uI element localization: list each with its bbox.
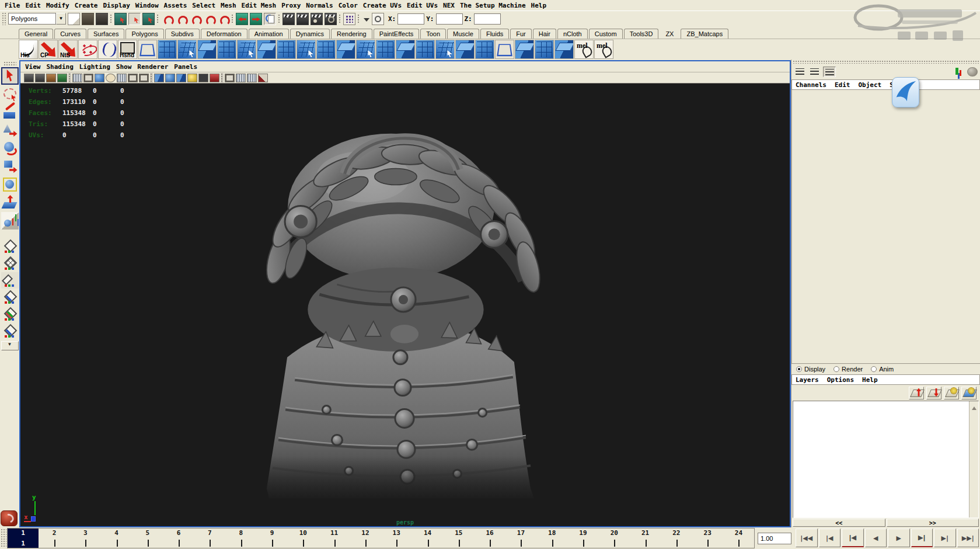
shelf-poly-button[interactable] <box>356 40 375 59</box>
time-slider-frame[interactable]: 16 16 <box>474 529 505 548</box>
time-slider-frame[interactable]: 14 14 <box>412 529 443 548</box>
coordinate-input[interactable] <box>436 13 463 25</box>
time-slider-frame[interactable]: 19 19 <box>567 529 598 548</box>
coordinate-input[interactable] <box>474 13 501 25</box>
time-slider-frame[interactable]: 15 15 <box>443 529 474 548</box>
collapse-right-button[interactable]: >> <box>887 519 979 527</box>
field-chart-icon[interactable] <box>117 74 127 82</box>
menu-item[interactable]: File <box>5 2 20 9</box>
time-slider-frame[interactable]: 1 1 <box>8 529 39 548</box>
separator[interactable] <box>278 14 281 24</box>
layout-four-view-button[interactable] <box>1 255 19 272</box>
paint-mode-icon[interactable] <box>258 74 268 82</box>
shelf-tab[interactable]: Fur <box>510 29 532 39</box>
shelf-poly-button[interactable] <box>396 40 415 59</box>
menu-item[interactable]: Proxy <box>281 2 301 9</box>
default-material-icon[interactable] <box>210 74 219 82</box>
shelf-poly-button[interactable] <box>435 40 455 59</box>
more-layouts-button[interactable]: ▼ <box>1 341 19 350</box>
shelf-curve-n-button[interactable] <box>98 40 117 59</box>
layer-menu-item[interactable]: Help <box>862 376 878 384</box>
film-gate-icon[interactable] <box>83 74 93 82</box>
shelf-mel-button[interactable]: mel <box>574 40 594 59</box>
separator[interactable] <box>150 73 153 83</box>
step-back-key-button[interactable]: |◀ <box>842 529 864 547</box>
channel-manipulator-icon[interactable] <box>794 67 807 77</box>
shelf-tab[interactable]: Muscle <box>447 29 479 39</box>
layer-menu-item[interactable]: Options <box>827 376 854 384</box>
smooth-shade-icon[interactable] <box>165 74 175 82</box>
playback-rate-input[interactable] <box>758 533 791 544</box>
color-axis-icon[interactable] <box>954 67 965 77</box>
menu-item[interactable]: Edit <box>26 2 41 9</box>
menu-item[interactable]: Window <box>135 2 159 9</box>
menu-item[interactable]: Create UVs <box>363 2 402 9</box>
time-slider-frame[interactable]: 13 13 <box>381 529 412 548</box>
shelf-tab[interactable]: Rendering <box>331 29 372 39</box>
shelf-poly-button[interactable] <box>336 40 355 59</box>
time-slider-frame[interactable]: 22 22 <box>661 529 692 548</box>
render-settings-button[interactable] <box>325 13 337 25</box>
time-slider-frame[interactable]: 4 4 <box>101 529 132 548</box>
select-object-button[interactable] <box>128 13 141 25</box>
input-connections-button[interactable] <box>236 13 248 25</box>
time-slider-frame[interactable]: 7 7 <box>194 529 225 548</box>
play-forward-button[interactable]: ▶ <box>888 529 910 547</box>
shelf-poly-button[interactable] <box>455 40 475 59</box>
time-slider-frame[interactable]: 9 9 <box>256 529 287 548</box>
layer-list[interactable] <box>793 401 979 518</box>
shelf-poly-button[interactable] <box>535 40 554 59</box>
snap-to-curve-button[interactable] <box>175 13 187 25</box>
shelf-tab[interactable]: Fluids <box>480 29 509 39</box>
go-to-start-button[interactable]: |◀◀ <box>796 529 818 547</box>
menu-item[interactable]: Create <box>75 2 98 9</box>
paint-select-tool[interactable] <box>1 103 19 121</box>
time-slider-frame[interactable]: 24 24 <box>723 529 754 548</box>
menu-item[interactable]: Normals <box>306 2 333 9</box>
shelf-nts-button[interactable]: NtS <box>58 40 78 59</box>
use-all-lights-icon[interactable] <box>187 74 197 82</box>
layer-menu-item[interactable]: Layers <box>796 376 819 384</box>
menu-item[interactable]: NEX <box>443 2 455 9</box>
selection-mask-button[interactable] <box>372 13 384 25</box>
manipulator-sphere-icon[interactable] <box>967 67 978 77</box>
shelf-tab[interactable]: Polygons <box>125 29 163 39</box>
time-slider-frame[interactable]: 2 2 <box>39 529 69 548</box>
channel-hyperbolic-icon[interactable] <box>823 67 836 77</box>
shelf-tab[interactable]: Surfaces <box>88 29 124 39</box>
separator[interactable] <box>231 14 234 24</box>
panel-menu-item[interactable]: Lighting <box>79 63 110 71</box>
select-hierarchy-button[interactable] <box>114 13 127 25</box>
grease-pencil-icon[interactable] <box>46 74 56 82</box>
select-tool[interactable] <box>1 67 19 85</box>
selection-mask-arrow[interactable] <box>362 13 370 25</box>
menu-item[interactable]: Modify <box>46 2 69 9</box>
scale-tool[interactable] <box>1 158 19 175</box>
shelf-tab[interactable]: Curves <box>54 29 86 39</box>
camera-select-icon[interactable] <box>24 74 34 82</box>
universal-manipulator-tool[interactable] <box>1 176 19 193</box>
panel-menu-item[interactable]: Shading <box>47 63 74 71</box>
menu-item[interactable]: Edit Mesh <box>242 2 277 9</box>
textured-icon[interactable] <box>176 74 186 82</box>
time-slider-frame[interactable]: 10 10 <box>288 529 319 548</box>
shelf-hshd-button[interactable]: Hshd <box>118 40 137 59</box>
chevron-down-icon[interactable]: ▼ <box>56 13 66 25</box>
panel-menu-item[interactable]: View <box>25 63 41 71</box>
time-slider-frame[interactable]: 21 21 <box>630 529 661 548</box>
channel-box-menu-item[interactable]: Object <box>858 81 881 89</box>
shelf-his-button[interactable]: His <box>19 40 38 59</box>
gate-mask-icon[interactable] <box>106 74 116 82</box>
shelf-tab[interactable]: Tools3D <box>624 29 659 39</box>
layout-persp-curve-button[interactable] <box>1 323 19 339</box>
shelf-curve-x-button[interactable] <box>78 40 97 59</box>
wireframe-icon[interactable] <box>154 74 164 82</box>
texture-borders-icon[interactable] <box>247 74 257 82</box>
channel-box-menu-item[interactable]: Channels <box>796 81 826 89</box>
go-to-end-button[interactable]: ▶▶| <box>957 529 979 547</box>
time-slider-frame[interactable]: 6 6 <box>163 529 194 548</box>
shelf-poly-button[interactable] <box>177 40 197 59</box>
shelf-tab[interactable]: Custom <box>589 29 623 39</box>
move-tool[interactable] <box>1 121 19 139</box>
separator[interactable] <box>156 14 159 24</box>
